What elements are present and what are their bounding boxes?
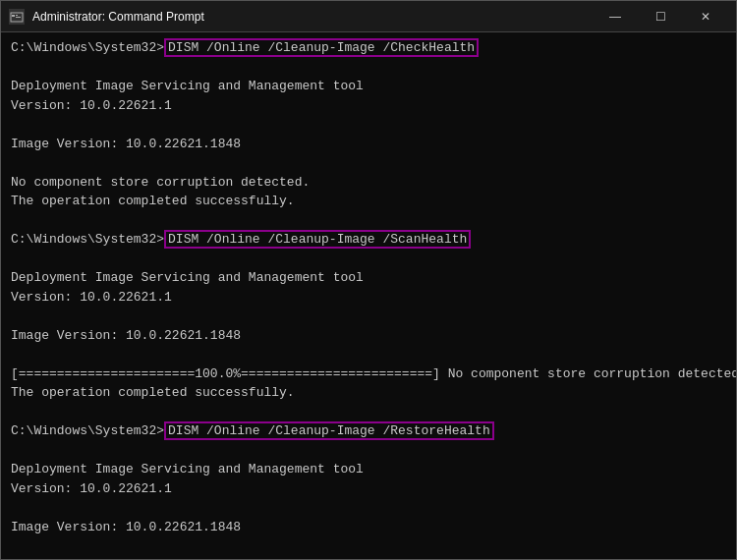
empty-line (11, 345, 726, 364)
maximize-button[interactable]: ☐ (638, 1, 683, 32)
terminal-line: C:\Windows\System32>DISM /Online /Cleanu… (11, 421, 726, 441)
titlebar-icon (9, 9, 25, 25)
empty-line (11, 498, 726, 518)
terminal-line: C:\Windows\System32>DISM /Online /Cleanu… (11, 38, 726, 58)
terminal-line: Image Version: 10.0.22621.1848 (11, 135, 726, 154)
terminal-line: The operation completed successfully. (11, 383, 726, 403)
command-prompt-window: Administrator: Command Prompt — ☐ ✕ C:\W… (0, 0, 737, 560)
terminal-line: Image Version: 10.0.22621.1848 (11, 326, 726, 346)
terminal-line: C:\Windows\System32>DISM /Online /Cleanu… (11, 230, 726, 250)
command-text: DISM /Online /Cleanup-Image /RestoreHeal… (164, 421, 494, 440)
empty-line (11, 250, 726, 269)
empty-line (11, 211, 726, 231)
terminal-line: No component store corruption detected. (11, 173, 726, 193)
titlebar: Administrator: Command Prompt — ☐ ✕ (1, 1, 736, 32)
terminal-line: Deployment Image Servicing and Managemen… (11, 460, 726, 479)
svg-rect-3 (16, 17, 21, 18)
prompt-text: C:\Windows\System32> (11, 232, 164, 247)
empty-line (11, 403, 726, 422)
terminal-line: The operation completed successfully. (11, 192, 726, 211)
terminal-line: Deployment Image Servicing and Managemen… (11, 77, 726, 96)
empty-line (11, 307, 726, 326)
minimize-button[interactable]: — (593, 1, 638, 32)
prompt-text: C:\Windows\System32> (11, 423, 164, 438)
terminal-line: [=======================100.0%==========… (11, 364, 726, 384)
terminal-line: Version: 10.0.22621.1 (11, 288, 726, 308)
titlebar-controls: — ☐ ✕ (593, 1, 728, 32)
command-text: DISM /Online /Cleanup-Image /CheckHealth (164, 38, 479, 57)
terminal-line: Deployment Image Servicing and Managemen… (11, 268, 726, 288)
close-button[interactable]: ✕ (683, 1, 728, 32)
empty-line (11, 536, 726, 556)
terminal-line: [=======================100.0%==========… (11, 556, 726, 560)
empty-line (11, 441, 726, 461)
svg-rect-1 (12, 15, 15, 17)
terminal-line: Version: 10.0.22621.1 (11, 479, 726, 499)
terminal-body[interactable]: C:\Windows\System32>DISM /Online /Cleanu… (1, 32, 736, 559)
titlebar-title: Administrator: Command Prompt (32, 10, 593, 24)
prompt-text: C:\Windows\System32> (11, 40, 164, 55)
terminal-line: Version: 10.0.22621.1 (11, 96, 726, 116)
terminal-line: Image Version: 10.0.22621.1848 (11, 518, 726, 537)
command-text: DISM /Online /Cleanup-Image /ScanHealth (164, 230, 471, 249)
empty-line (11, 153, 726, 173)
svg-rect-2 (16, 15, 18, 16)
empty-line (11, 115, 726, 135)
empty-line (11, 58, 726, 78)
